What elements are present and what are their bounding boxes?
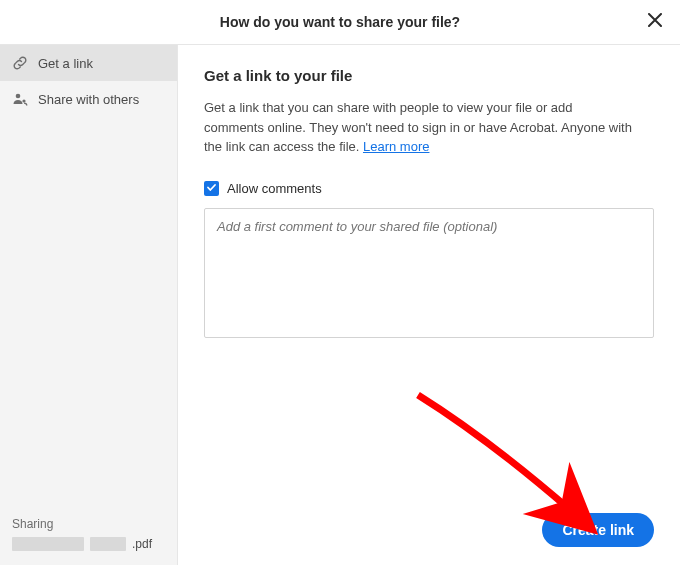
close-button[interactable] bbox=[644, 10, 666, 32]
main-spacer bbox=[204, 338, 654, 514]
close-icon bbox=[648, 13, 662, 30]
first-comment-textarea[interactable] bbox=[204, 208, 654, 338]
sidebar: Get a link Share with others Sharing .pd… bbox=[0, 45, 178, 565]
allow-comments-label: Allow comments bbox=[227, 181, 322, 196]
main-title: Get a link to your file bbox=[204, 67, 654, 84]
main-description: Get a link that you can share with peopl… bbox=[204, 98, 634, 157]
allow-comments-row: Allow comments bbox=[204, 181, 654, 196]
svg-point-1 bbox=[22, 99, 25, 102]
filename-row: .pdf bbox=[12, 537, 165, 551]
filename-redacted-b bbox=[90, 537, 126, 551]
main-panel: Get a link to your file Get a link that … bbox=[178, 45, 680, 565]
create-link-button[interactable]: Create link bbox=[542, 513, 654, 547]
checkmark-icon bbox=[206, 181, 217, 196]
footer-row: Create link bbox=[204, 513, 654, 547]
file-extension: .pdf bbox=[132, 537, 152, 551]
sharing-label: Sharing bbox=[12, 517, 165, 531]
allow-comments-checkbox[interactable] bbox=[204, 181, 219, 196]
dialog-body: Get a link Share with others Sharing .pd… bbox=[0, 45, 680, 565]
learn-more-link[interactable]: Learn more bbox=[363, 139, 429, 154]
sidebar-spacer bbox=[0, 117, 177, 507]
sidebar-item-label: Get a link bbox=[38, 56, 93, 71]
sidebar-item-get-link[interactable]: Get a link bbox=[0, 45, 177, 81]
people-icon bbox=[12, 91, 28, 107]
sidebar-item-share-others[interactable]: Share with others bbox=[0, 81, 177, 117]
dialog-header: How do you want to share your file? bbox=[0, 0, 680, 45]
sidebar-item-label: Share with others bbox=[38, 92, 139, 107]
filename-redacted-a bbox=[12, 537, 84, 551]
sidebar-footer: Sharing .pdf bbox=[0, 507, 177, 565]
share-dialog: How do you want to share your file? Get … bbox=[0, 0, 680, 565]
dialog-title: How do you want to share your file? bbox=[0, 14, 680, 30]
link-icon bbox=[12, 55, 28, 71]
svg-point-0 bbox=[16, 94, 21, 99]
